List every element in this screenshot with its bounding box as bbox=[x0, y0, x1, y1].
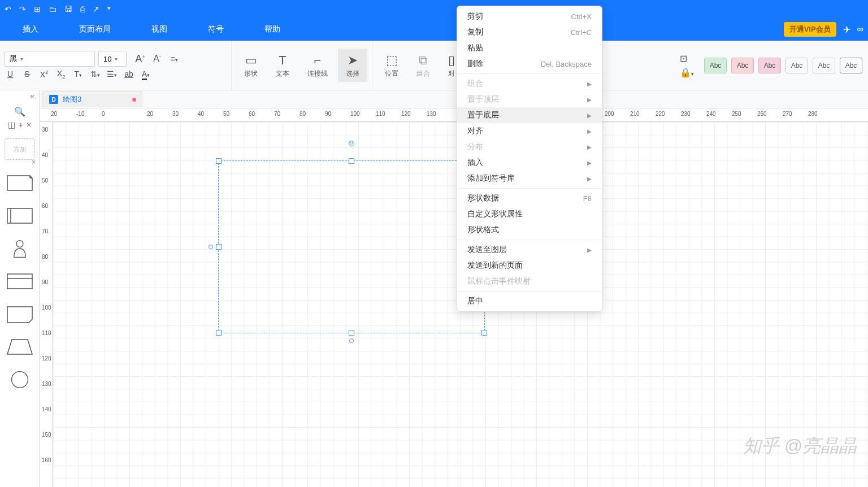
shape-trapezoid[interactable] bbox=[6, 337, 33, 359]
shape-card[interactable] bbox=[6, 272, 33, 293]
resize-handle-tl[interactable] bbox=[216, 158, 222, 164]
category-placeholder[interactable]: 方加 bbox=[5, 138, 35, 160]
search-icon[interactable]: 🔍 bbox=[14, 107, 25, 116]
ribbon-toolbar: 黑▾ 10▾ A+ A- ≡▾ U S X2 X2 T▾ ⇅▾ ☰▾ ab A▾… bbox=[0, 41, 868, 90]
ruler-vertical: 30405060708090100110120130140150160 bbox=[40, 122, 53, 487]
vip-button[interactable]: 开通VIP会员 bbox=[784, 22, 836, 37]
doc-tab-label: 绘图3 bbox=[63, 94, 81, 105]
ctx-center[interactable]: 居中 bbox=[457, 293, 602, 309]
tool-text[interactable]: T文本 bbox=[268, 49, 297, 82]
panel-close2-icon[interactable]: × bbox=[32, 158, 36, 166]
ctx-insert[interactable]: 插入▶ bbox=[457, 155, 602, 171]
underline-icon[interactable]: U bbox=[5, 69, 16, 79]
redo-icon[interactable]: ↷ bbox=[19, 5, 26, 14]
shape-note[interactable] bbox=[6, 173, 33, 195]
ctx-add-symbol[interactable]: 添加到符号库▶ bbox=[457, 171, 602, 186]
panel-tab-icon[interactable]: ◫ bbox=[8, 120, 15, 129]
tool-select[interactable]: ➤选择 bbox=[338, 49, 367, 82]
subscript-icon[interactable]: X2 bbox=[55, 69, 67, 80]
svg-rect-3 bbox=[7, 274, 32, 289]
resize-handle-tm[interactable] bbox=[349, 158, 354, 164]
doc-icon: D bbox=[49, 95, 58, 104]
rotate-handle[interactable] bbox=[349, 141, 354, 146]
doc-tab[interactable]: D 绘图3 bbox=[42, 92, 142, 107]
unsaved-indicator bbox=[132, 98, 136, 102]
tool-position[interactable]: ⬚位置 bbox=[377, 49, 406, 82]
swatch-pink[interactable]: Abc bbox=[758, 58, 781, 73]
send-icon[interactable]: ✈ bbox=[843, 24, 850, 35]
text-underline-icon[interactable]: ab bbox=[123, 69, 134, 79]
ctx-distribute: 分布▶ bbox=[457, 139, 602, 155]
menu-help[interactable]: 帮助 bbox=[264, 24, 280, 34]
strikethrough-icon[interactable]: S bbox=[21, 69, 33, 79]
shape-panel: « 🔍 ◫ + × 方加 × bbox=[0, 90, 40, 487]
ctx-send-layer[interactable]: 发送至图层▶ bbox=[457, 242, 602, 258]
tool-group[interactable]: ⧉组合 bbox=[409, 49, 438, 82]
svg-point-2 bbox=[16, 241, 23, 247]
shape-rect[interactable] bbox=[6, 206, 33, 228]
swatch-white-1[interactable]: Abc bbox=[785, 58, 808, 73]
line-spacing-icon[interactable]: ⇅▾ bbox=[89, 69, 101, 79]
document-tabs: D 绘图3 bbox=[40, 90, 868, 108]
shape-page[interactable] bbox=[6, 305, 33, 326]
ctx-paste[interactable]: 粘贴 bbox=[457, 40, 602, 56]
resize-handle-br[interactable] bbox=[481, 330, 487, 336]
swatch-green[interactable]: Abc bbox=[704, 58, 727, 73]
connection-point-left[interactable] bbox=[209, 245, 213, 249]
tool-shape[interactable]: ▭形状 bbox=[236, 49, 266, 82]
text-format-icon[interactable]: T▾ bbox=[72, 69, 84, 79]
context-menu: 剪切Ctrl+X 复制Ctrl+C 粘贴 删除Del, Backspace 组合… bbox=[457, 6, 602, 312]
menu-insert[interactable]: 插入 bbox=[23, 24, 38, 34]
svg-point-5 bbox=[11, 372, 28, 388]
ctx-delete[interactable]: 删除Del, Backspace bbox=[457, 56, 602, 72]
swatch-white-3[interactable]: Abc bbox=[840, 58, 862, 73]
undo-icon[interactable]: ↶ bbox=[5, 5, 11, 14]
ctx-to-back[interactable]: 置于底层▶ bbox=[457, 107, 602, 123]
swatch-red[interactable]: Abc bbox=[731, 58, 754, 73]
shape-person[interactable] bbox=[6, 239, 33, 260]
tool-connector[interactable]: ⌐连接线 bbox=[300, 49, 336, 82]
ctx-align[interactable]: 对齐▶ bbox=[457, 123, 602, 139]
resize-handle-ml[interactable] bbox=[216, 244, 222, 250]
ctx-cut[interactable]: 剪切Ctrl+X bbox=[457, 8, 602, 24]
ctx-to-front: 置于顶层▶ bbox=[457, 92, 602, 107]
export-icon[interactable]: ↗ bbox=[93, 5, 99, 14]
save-icon[interactable]: 🖫 bbox=[64, 5, 72, 14]
more-icon[interactable]: ▾ bbox=[107, 5, 111, 14]
font-name-select[interactable]: 黑▾ bbox=[5, 51, 95, 67]
font-color-icon[interactable]: A▾ bbox=[140, 69, 151, 79]
ctx-shape-data[interactable]: 形状数据F8 bbox=[457, 190, 602, 206]
ctx-copy[interactable]: 复制Ctrl+C bbox=[457, 24, 602, 40]
lock-icon[interactable]: 🔒▾ bbox=[680, 67, 694, 78]
decrease-font-icon[interactable]: A- bbox=[151, 54, 163, 64]
ctx-send-page[interactable]: 发送到新的页面 bbox=[457, 258, 602, 273]
menu-bar: 插入 页面布局 视图 符号 帮助 开通VIP会员 ✈ ∞ bbox=[0, 18, 868, 41]
collapse-panel-icon[interactable]: « bbox=[30, 92, 34, 101]
ctx-custom-shape[interactable]: 自定义形状属性 bbox=[457, 206, 602, 222]
panel-add-icon[interactable]: + bbox=[19, 120, 23, 129]
resize-handle-bl[interactable] bbox=[216, 330, 222, 336]
menu-view[interactable]: 视图 bbox=[151, 24, 167, 34]
open-icon[interactable]: 🗀 bbox=[49, 5, 57, 14]
menu-page-layout[interactable]: 页面布局 bbox=[79, 24, 111, 34]
style-swatches: Abc Abc Abc Abc Abc Abc bbox=[698, 41, 868, 90]
print-icon[interactable]: ⎙ bbox=[80, 5, 85, 14]
swatch-white-2[interactable]: Abc bbox=[813, 58, 835, 73]
connection-point-bottom[interactable] bbox=[349, 338, 354, 343]
resize-handle-bm[interactable] bbox=[349, 330, 354, 336]
shape-circle[interactable] bbox=[6, 370, 33, 392]
list-icon[interactable]: ☰▾ bbox=[106, 69, 118, 79]
ctx-click-map: 鼠标点击事件映射 bbox=[457, 273, 602, 289]
panel-close-icon[interactable]: × bbox=[27, 120, 31, 129]
superscript-icon[interactable]: X2 bbox=[38, 69, 50, 79]
ctx-group: 组合▶ bbox=[457, 76, 602, 92]
increase-font-icon[interactable]: A+ bbox=[134, 53, 146, 65]
selected-rectangle[interactable] bbox=[218, 160, 485, 333]
infinity-icon[interactable]: ∞ bbox=[857, 24, 863, 34]
ctx-shape-format[interactable]: 形状格式 bbox=[457, 222, 602, 238]
reset-view-icon[interactable]: ⊡ bbox=[680, 53, 687, 64]
font-size-select[interactable]: 10▾ bbox=[98, 51, 127, 67]
menu-symbol[interactable]: 符号 bbox=[208, 24, 224, 34]
align-icon[interactable]: ≡▾ bbox=[168, 54, 180, 63]
new-icon[interactable]: ⊞ bbox=[34, 5, 41, 14]
